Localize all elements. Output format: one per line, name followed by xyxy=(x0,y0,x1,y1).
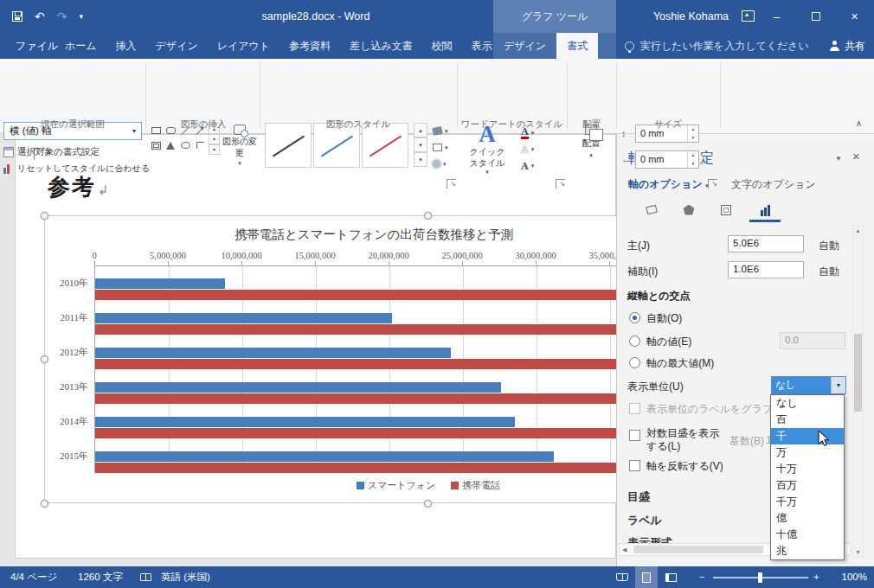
display-units-option[interactable]: 十億 xyxy=(771,527,844,543)
display-units-dropdown[interactable]: なし百千万十万百万千万億十億兆 xyxy=(770,394,845,560)
ribbon-tab[interactable]: デザイン xyxy=(146,33,208,59)
shape-triangle-icon[interactable] xyxy=(164,138,177,152)
scroll-left-icon[interactable]: ◀ xyxy=(620,546,627,553)
document-page[interactable]: 参考↲ 携帯電話とスマートフォンの出荷台数推移と予測 05,000,00010,… xyxy=(15,134,616,559)
crosses-at-max-label[interactable]: 軸の最大値(M) xyxy=(646,356,714,371)
chart-plot-area[interactable] xyxy=(94,265,683,473)
zoom-slider-thumb[interactable] xyxy=(758,572,762,583)
bar-スマートフォン[interactable] xyxy=(95,382,501,393)
tell-me-box[interactable]: 実行したい作業を入力してください xyxy=(625,33,809,59)
display-units-option[interactable]: なし xyxy=(771,395,844,412)
shape-oval-icon[interactable] xyxy=(178,138,192,152)
bar-携帯電話[interactable] xyxy=(95,290,633,300)
size-dialog-launcher-icon[interactable]: ↘ xyxy=(708,179,717,189)
tab-axis-options[interactable]: 軸のオプション ▾ xyxy=(628,177,709,192)
language-indicator[interactable]: 英語 (米国) xyxy=(161,566,210,588)
tab-text-options[interactable]: 文字のオプション xyxy=(731,177,816,192)
bar-スマートフォン[interactable] xyxy=(95,348,451,358)
bar-スマートフォン[interactable] xyxy=(95,451,554,462)
bar-携帯電話[interactable] xyxy=(95,463,633,473)
collapse-ribbon-icon[interactable]: ∧ xyxy=(856,118,862,128)
zoom-level[interactable]: 100% xyxy=(829,566,867,588)
user-account-name[interactable]: Yoshie Kohama xyxy=(653,0,729,33)
major-unit-auto-button[interactable]: 自動 xyxy=(819,239,839,253)
shape-effects-button[interactable]: ▾ xyxy=(433,157,459,171)
bar-携帯電話[interactable] xyxy=(95,359,633,369)
spin-down-icon[interactable]: ▾ xyxy=(688,134,698,143)
tab-chart-format[interactable]: 書式 xyxy=(556,33,598,59)
crosses-at-max-radio[interactable] xyxy=(629,357,640,368)
scroll-up-icon[interactable]: ▲ xyxy=(853,227,863,233)
ribbon-tab[interactable]: レイアウト xyxy=(208,33,280,59)
crosses-auto-radio[interactable] xyxy=(629,312,640,323)
selection-handle[interactable] xyxy=(424,212,432,220)
minor-unit-auto-button[interactable]: 自動 xyxy=(819,265,839,279)
print-layout-button[interactable] xyxy=(635,566,658,588)
reverse-axis-checkbox[interactable] xyxy=(629,460,640,471)
minimize-button[interactable]: – xyxy=(757,0,796,33)
section-tick-marks[interactable]: 目盛 xyxy=(627,489,650,505)
tab-chart-design[interactable]: デザイン xyxy=(493,33,556,59)
minor-unit-field[interactable]: 1.0E6 xyxy=(728,261,804,278)
log-scale-checkbox-label[interactable]: 対数目盛を表示する(L) xyxy=(646,427,721,453)
ribbon-tab[interactable]: 差し込み文書 xyxy=(340,33,422,59)
redo-icon[interactable]: ↷ xyxy=(57,10,67,23)
word-count[interactable]: 1260 文字 xyxy=(78,566,123,588)
selection-handle[interactable] xyxy=(41,500,48,508)
wordart-quick-styles-button[interactable]: A クイック スタイル ▾ xyxy=(462,121,512,185)
crosses-auto-label[interactable]: 自動(O) xyxy=(646,311,682,326)
effects-icon[interactable] xyxy=(678,201,700,219)
close-button[interactable]: × xyxy=(835,0,874,33)
chart-title[interactable]: 携帯電話とスマートフォンの出荷台数推移と予測 xyxy=(45,227,703,243)
bar-スマートフォン[interactable] xyxy=(95,417,515,427)
display-units-combo[interactable]: なし ▼ xyxy=(771,376,846,394)
read-mode-button[interactable] xyxy=(611,566,633,588)
change-shape-button[interactable]: 図形の変更 ▾ xyxy=(220,122,260,185)
pane-vertical-scrollbar[interactable]: ▲ ▼ xyxy=(852,225,864,558)
ribbon-tab[interactable]: 挿入 xyxy=(106,33,146,59)
gallery-down-icon[interactable]: ▾ xyxy=(209,134,220,144)
display-units-option[interactable]: 兆 xyxy=(771,543,844,559)
major-unit-field[interactable]: 5.0E6 xyxy=(728,235,804,252)
display-units-option[interactable]: 百 xyxy=(771,412,844,428)
reverse-axis-checkbox-label[interactable]: 軸を反転する(V) xyxy=(646,459,723,474)
format-selection-button[interactable]: 選択対象の書式設定 xyxy=(3,144,100,160)
customize-qat-icon[interactable]: ▾ xyxy=(79,12,83,21)
shape-outline-button[interactable]: ▾ xyxy=(433,140,459,155)
log-scale-checkbox[interactable] xyxy=(629,430,640,441)
undo-icon[interactable]: ↶ xyxy=(35,10,45,23)
gallery-down-icon[interactable]: ▾ xyxy=(414,137,427,152)
display-units-option[interactable]: 百万 xyxy=(771,477,844,494)
gallery-more-icon[interactable]: ▾ xyxy=(414,152,427,167)
wordart-dialog-launcher-icon[interactable]: ↘ xyxy=(556,179,565,189)
pane-close-icon[interactable]: × xyxy=(852,149,860,163)
ribbon-tab[interactable]: ホーム xyxy=(55,33,106,59)
scrollbar-thumb[interactable] xyxy=(633,546,763,553)
web-layout-button[interactable] xyxy=(659,566,682,588)
scroll-down-icon[interactable]: ▼ xyxy=(853,549,863,555)
document-heading[interactable]: 参考↲ xyxy=(48,172,111,202)
display-units-option[interactable]: 十万 xyxy=(771,461,844,477)
scrollbar-thumb[interactable] xyxy=(854,334,862,412)
legend-entry[interactable]: 携帯電話 xyxy=(451,479,500,492)
size-properties-icon[interactable] xyxy=(715,201,737,219)
spin-up-icon[interactable]: ▴ xyxy=(688,151,698,160)
crosses-at-value-radio[interactable] xyxy=(629,336,640,347)
ribbon-tab[interactable]: 参考資料 xyxy=(280,33,340,59)
pane-options-icon[interactable]: ▼ xyxy=(835,155,842,163)
ribbon-display-options-icon[interactable] xyxy=(742,10,755,22)
reset-to-match-style-button[interactable]: リセットしてスタイルに合わせる xyxy=(3,161,150,176)
share-button[interactable]: 共有 xyxy=(830,33,865,59)
section-labels[interactable]: ラベル xyxy=(627,513,662,528)
zoom-slider[interactable] xyxy=(713,577,808,578)
bar-スマートフォン[interactable] xyxy=(95,278,225,289)
shape-width-field[interactable]: 0 mm ▴▾ xyxy=(635,150,699,169)
maximize-button[interactable] xyxy=(796,0,835,33)
selection-handle[interactable] xyxy=(424,500,432,508)
display-units-option[interactable]: 千万 xyxy=(771,494,844,510)
text-outline-button[interactable]: A▾ xyxy=(521,142,550,157)
zoom-out-button[interactable]: − xyxy=(699,566,705,588)
bar-スマートフォン[interactable] xyxy=(95,313,392,323)
fill-line-icon[interactable] xyxy=(640,201,663,219)
shape-elbow-connector-icon[interactable] xyxy=(193,138,207,152)
